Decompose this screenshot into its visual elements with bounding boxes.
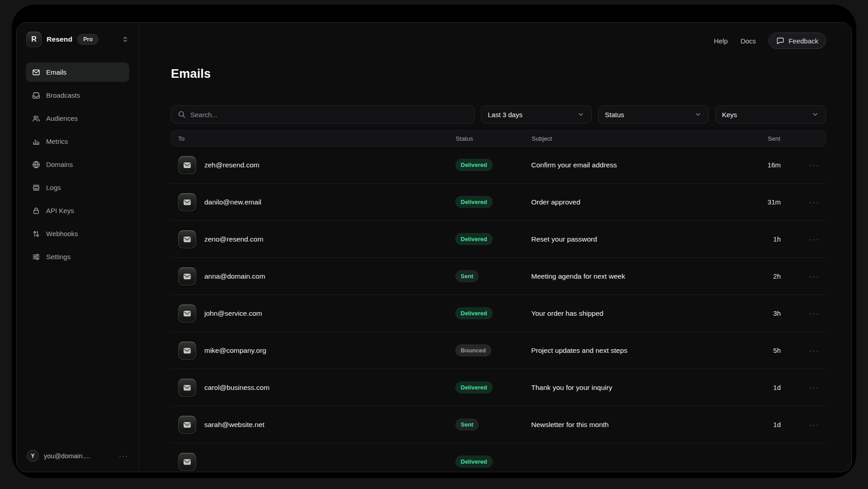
date-range-select[interactable]: Last 3 days (481, 105, 592, 123)
docs-link[interactable]: Docs (741, 37, 756, 45)
feedback-label: Feedback (788, 37, 818, 45)
email-subject: Project updates and next steps (531, 347, 745, 355)
chevron-down-icon (811, 110, 819, 119)
sent-time: 1d (745, 421, 781, 428)
sidebar-item-domains[interactable]: Domains (26, 155, 129, 174)
sidebar-item-settings[interactable]: Settings (26, 247, 129, 266)
sidebar-item-label: Domains (46, 161, 73, 168)
row-menu-button[interactable]: ··· (781, 421, 826, 428)
recipient-email: danilo@new.email (204, 198, 261, 206)
recipient-email: anna@domain.com (204, 272, 265, 280)
table-row[interactable]: sarah@website.net Sent Newsletter for th… (171, 406, 826, 443)
table-row[interactable]: Delivered (171, 443, 826, 472)
email-subject: Your order has shipped (531, 309, 745, 318)
email-icon (178, 267, 196, 285)
row-menu-button[interactable]: ··· (781, 235, 826, 243)
table-row[interactable]: carol@business.com Delivered Thank you f… (171, 369, 826, 406)
resend-logo: R (26, 32, 42, 47)
date-range-value: Last 3 days (488, 111, 523, 119)
sidebar-item-label: API Keys (46, 207, 74, 214)
column-header-status: Status (456, 135, 532, 142)
sent-time: 5h (745, 347, 781, 354)
email-icon (178, 342, 196, 360)
feedback-button[interactable]: Feedback (769, 33, 826, 49)
table-row[interactable]: danilo@new.email Delivered Order approve… (171, 184, 826, 221)
status-badge: Sent (455, 418, 479, 431)
search-input[interactable] (190, 111, 468, 119)
table-row[interactable]: mike@company.org Bounced Project updates… (171, 332, 826, 369)
sidebar-item-label: Audiences (46, 114, 78, 122)
keys-value: Keys (722, 111, 737, 119)
table-row[interactable]: zeh@resend.com Delivered Confirm your em… (171, 147, 826, 184)
content: Emails Last 3 days Status Keys (139, 49, 851, 472)
recipient-email: zeno@resend.com (204, 235, 263, 243)
sidebar-item-logs[interactable]: Logs (26, 178, 129, 197)
email-subject: Confirm your email address (531, 161, 745, 169)
sent-time: 31m (745, 198, 781, 206)
column-header-to: To (171, 135, 456, 142)
recipient-email: john@service.com (204, 309, 262, 318)
recipient-email: carol@business.com (204, 384, 269, 392)
search-box[interactable] (171, 105, 475, 123)
recipient-email: sarah@website.net (204, 421, 264, 429)
status-badge: Bounced (455, 344, 491, 356)
email-table: zeh@resend.com Delivered Confirm your em… (171, 147, 826, 472)
sidebar-item-label: Metrics (46, 138, 68, 145)
app-window: R Resend Pro EmailsBroadcastsAudiencesMe… (16, 22, 852, 472)
main-area: Help Docs Feedback Emails Last 3 days St (139, 23, 851, 472)
status-badge: Delivered (455, 233, 493, 245)
lock-icon (32, 207, 40, 215)
table-row[interactable]: anna@domain.com Sent Meeting agenda for … (171, 258, 826, 295)
sidebar-item-webhooks[interactable]: Webhooks (26, 224, 129, 243)
row-menu-button[interactable]: ··· (781, 347, 826, 354)
sidebar-item-api-keys[interactable]: API Keys (26, 201, 129, 220)
sent-time: 1h (745, 235, 781, 243)
row-menu-button[interactable]: ··· (781, 384, 826, 391)
bar-chart-icon (32, 138, 40, 146)
table-row[interactable]: zeno@resend.com Delivered Reset your pas… (171, 221, 826, 258)
column-header-subject: Subject (532, 135, 744, 142)
email-subject: Newsletter for this month (531, 421, 745, 429)
sidebar-item-emails[interactable]: Emails (26, 62, 129, 82)
email-icon (178, 156, 196, 174)
plan-badge: Pro (77, 34, 99, 45)
users-icon (32, 114, 40, 123)
email-subject: Reset your password (531, 235, 745, 243)
arrows-up-down-icon (32, 230, 40, 238)
chevrons-up-down-icon[interactable] (121, 35, 129, 43)
globe-icon (32, 161, 40, 169)
keys-select[interactable]: Keys (715, 105, 826, 123)
row-menu-button[interactable]: ··· (781, 309, 826, 317)
sidebar-item-label: Logs (46, 184, 61, 191)
status-badge: Delivered (455, 307, 493, 319)
account-menu-button[interactable]: ··· (119, 452, 128, 460)
search-icon (178, 110, 186, 119)
logs-icon (32, 184, 40, 192)
sidebar-item-metrics[interactable]: Metrics (26, 132, 129, 151)
status-select[interactable]: Status (598, 105, 709, 123)
workspace-switcher[interactable]: R Resend Pro (26, 32, 129, 47)
help-link[interactable]: Help (714, 37, 728, 45)
status-value: Status (605, 111, 624, 119)
workspace-name: Resend (47, 35, 72, 43)
row-menu-button[interactable]: ··· (781, 272, 826, 280)
sidebar-item-broadcasts[interactable]: Broadcasts (26, 85, 129, 105)
account-row[interactable]: Y you@domain.... ··· (26, 450, 129, 462)
email-subject: Thank you for your inquiry (531, 384, 745, 392)
row-menu-button[interactable]: ··· (781, 198, 826, 206)
account-email: you@domain.... (44, 452, 90, 460)
sidebar-item-audiences[interactable]: Audiences (26, 109, 129, 128)
status-badge: Delivered (455, 159, 493, 171)
chevron-down-icon (577, 110, 585, 119)
email-icon (178, 379, 196, 397)
recipient-email: mike@company.org (204, 347, 266, 355)
table-row[interactable]: john@service.com Delivered Your order ha… (171, 295, 826, 332)
sidebar-item-label: Webhooks (46, 230, 78, 237)
row-menu-button[interactable]: ··· (781, 161, 826, 169)
sidebar-nav: EmailsBroadcastsAudiencesMetricsDomainsL… (26, 62, 129, 266)
sidebar-item-label: Broadcasts (46, 91, 80, 99)
email-icon (178, 453, 196, 471)
email-subject: Meeting agenda for next week (531, 272, 745, 280)
sent-time: 1d (745, 384, 781, 391)
inbox-icon (32, 91, 40, 100)
